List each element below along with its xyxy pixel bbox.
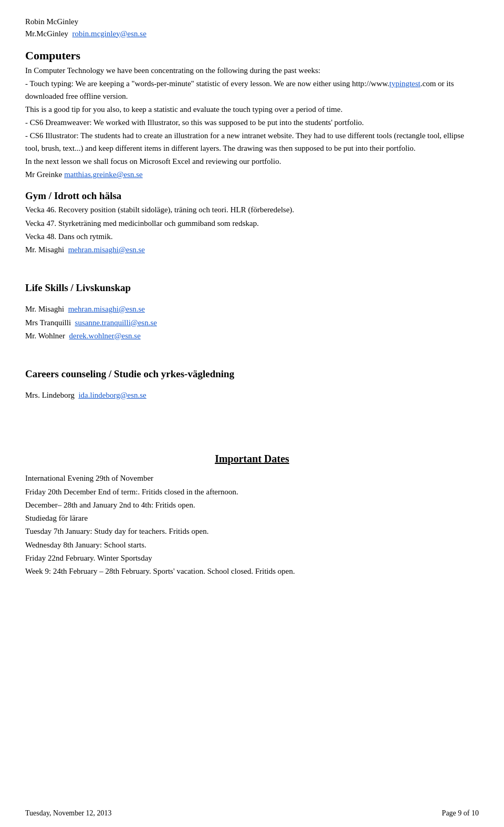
- dates-line-6: Wednesday 8th January: School starts.: [25, 539, 479, 551]
- footer-date: Tuesday, November 12, 2013: [25, 809, 112, 818]
- author-name: Robin McGinley: [25, 16, 479, 28]
- dates-line-2: Friday 20th December End of term:. Friti…: [25, 486, 479, 498]
- gym-line-1: Vecka 46. Recovery position (stabilt sid…: [25, 204, 479, 216]
- greinke-email-link[interactable]: matthias.greinke@esn.se: [64, 170, 143, 179]
- careers-mrs-lindeborg: Mrs. Lindeborg: [25, 391, 75, 399]
- gym-heading: Gym / Idrott och hälsa: [25, 190, 479, 202]
- computers-para-4: - CS6 Dreamweaver: We worked with Illust…: [25, 117, 479, 129]
- author-block: Robin McGinley Mr.McGinley robin.mcginle…: [25, 16, 479, 39]
- lifeskills-mr-misaghi: Mr. Misaghi: [25, 305, 64, 313]
- computers-heading: Computers: [25, 49, 479, 63]
- dates-line-5: Tuesday 7th January: Study day for teach…: [25, 525, 479, 537]
- author-title-email: Mr.McGinley robin.mcginley@esn.se: [25, 28, 479, 40]
- dates-line-4: Studiedag för lärare: [25, 512, 479, 524]
- lifeskills-misaghi-email-link[interactable]: mehran.misaghi@esn.se: [68, 305, 145, 313]
- lifeskills-heading: Life Skills / Livskunskap: [25, 282, 479, 294]
- lifeskills-tranquilli: Mrs Tranquilli susanne.tranquilli@esn.se: [25, 317, 479, 329]
- typingtest-link[interactable]: typingtest: [390, 79, 421, 88]
- lifeskills-wohlner-email-link[interactable]: derek.wohlner@esn.se: [69, 332, 141, 340]
- lifeskills-mr-wohlner: Mr. Wohlner: [25, 332, 65, 340]
- dates-line-8: Week 9: 24th February – 28th February. S…: [25, 565, 479, 577]
- important-dates-section: Important Dates International Evening 29…: [25, 453, 479, 577]
- dates-line-1: International Evening 29th of November: [25, 472, 479, 484]
- lifeskills-mrs-tranquilli: Mrs Tranquilli: [25, 318, 71, 327]
- computers-para-5: - CS6 Illustrator: The students had to c…: [25, 130, 479, 154]
- gym-mr-misaghi: Mr. Misaghi: [25, 245, 64, 254]
- important-dates-heading: Important Dates: [25, 453, 479, 465]
- lifeskills-section: Life Skills / Livskunskap Mr. Misaghi me…: [25, 282, 479, 342]
- lifeskills-misaghi: Mr. Misaghi mehran.misaghi@esn.se: [25, 303, 479, 315]
- careers-lindeborg-email-link[interactable]: ida.lindeborg@esn.se: [78, 391, 146, 399]
- gym-misaghi-email-link[interactable]: mehran.misaghi@esn.se: [68, 245, 145, 254]
- gym-line-2: Vecka 47. Styrketräning med medicinbolla…: [25, 218, 479, 230]
- computers-para-2: - Touch typing: We are keeping a "words-…: [25, 78, 479, 102]
- dates-line-3: December– 28th and January 2nd to 4th: F…: [25, 499, 479, 511]
- footer-page: Page 9 of 10: [442, 809, 479, 818]
- dates-line-7: Friday 22nd February. Winter Sportsday: [25, 552, 479, 564]
- computers-section: Computers In Computer Technology we have…: [25, 49, 479, 181]
- lifeskills-tranquilli-email-link[interactable]: susanne.tranquilli@esn.se: [75, 318, 157, 327]
- page-footer: Tuesday, November 12, 2013 Page 9 of 10: [25, 809, 479, 818]
- gym-line-3: Vecka 48. Dans och rytmik.: [25, 231, 479, 243]
- author-title: Mr.McGinley: [25, 29, 68, 38]
- lifeskills-wohlner: Mr. Wohlner derek.wohlner@esn.se: [25, 330, 479, 342]
- author-email-link[interactable]: robin.mcginley@esn.se: [72, 29, 146, 38]
- gym-misaghi: Mr. Misaghi mehran.misaghi@esn.se: [25, 244, 479, 256]
- careers-heading: Careers counseling / Studie och yrkes-vä…: [25, 368, 479, 380]
- computers-greinke: Mr Greinke matthias.greinke@esn.se: [25, 169, 479, 181]
- computers-para-3: This is a good tip for you also, to keep…: [25, 104, 479, 116]
- computers-para-1: In Computer Technology we have been conc…: [25, 65, 479, 77]
- careers-lindeborg: Mrs. Lindeborg ida.lindeborg@esn.se: [25, 389, 479, 401]
- careers-section: Careers counseling / Studie och yrkes-vä…: [25, 368, 479, 401]
- gym-section: Gym / Idrott och hälsa Vecka 46. Recover…: [25, 190, 479, 256]
- computers-para-6: In the next lesson we shall focus on Mic…: [25, 156, 479, 168]
